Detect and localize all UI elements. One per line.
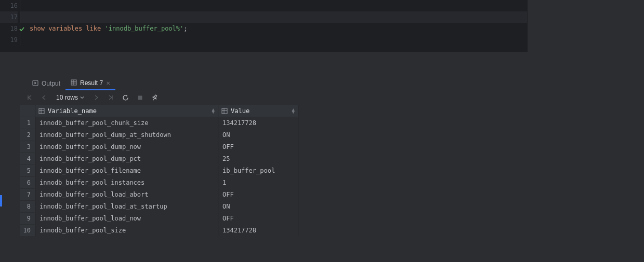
editor-line[interactable]: show variables like 'innodb_buffer_pool%…	[20, 23, 527, 34]
gutter-line[interactable]: 17	[0, 11, 18, 23]
editor-line[interactable]	[20, 11, 527, 23]
row-number[interactable]: 9	[20, 213, 35, 225]
results-panel: Output Result 7 ✕ 10 rows	[0, 77, 644, 262]
svg-rect-6	[39, 108, 44, 114]
editor-area: 16171819 show variables like 'innodb_buf…	[0, 0, 644, 52]
cell-value[interactable]: ON	[218, 201, 298, 213]
close-icon[interactable]: ✕	[106, 80, 110, 86]
selection-indicator	[0, 195, 2, 206]
column-value: Value ▲▼ 134217728ONOFF25ib_buffer_pool1…	[218, 105, 298, 237]
cell-variable-name[interactable]: innodb_buffer_pool_load_now	[35, 213, 218, 225]
chevron-down-icon	[80, 94, 84, 101]
row-number[interactable]: 8	[20, 201, 35, 213]
cell-variable-name[interactable]: innodb_buffer_pool_dump_now	[35, 141, 218, 153]
play-icon	[32, 80, 38, 88]
cell-value[interactable]: 134217728	[218, 225, 298, 237]
row-number[interactable]: 6	[20, 177, 35, 189]
tab-label: Output	[42, 80, 60, 87]
cell-variable-name[interactable]: innodb_buffer_pool_chunk_size	[35, 117, 218, 129]
editor-gutter: 16171819	[0, 0, 20, 52]
cell-variable-name[interactable]: innodb_buffer_pool_size	[35, 225, 218, 237]
svg-rect-5	[138, 95, 142, 100]
result-toolbar: 10 rows	[20, 90, 644, 105]
cell-variable-name[interactable]: innodb_buffer_pool_dump_at_shutdown	[35, 129, 218, 141]
svg-rect-1	[71, 80, 76, 85]
cell-value[interactable]: OFF	[218, 213, 298, 225]
cell-value[interactable]: 134217728	[218, 117, 298, 129]
gutter-line[interactable]: 18	[0, 23, 18, 34]
cell-value[interactable]: OFF	[218, 141, 298, 153]
column-header-value[interactable]: Value ▲▼	[218, 105, 298, 117]
tab-result[interactable]: Result 7 ✕	[65, 77, 115, 90]
row-number[interactable]: 4	[20, 153, 35, 165]
editor-line[interactable]	[20, 0, 527, 11]
row-number[interactable]: 5	[20, 165, 35, 177]
tab-label: Result 7	[80, 79, 103, 87]
gutter-line[interactable]: 16	[0, 0, 18, 11]
row-number[interactable]: 2	[20, 129, 35, 141]
refresh-button[interactable]	[121, 93, 130, 102]
pin-button[interactable]	[150, 93, 159, 102]
row-number[interactable]: 7	[20, 189, 35, 201]
row-number[interactable]: 3	[20, 141, 35, 153]
cell-variable-name[interactable]: innodb_buffer_pool_load_abort	[35, 189, 218, 201]
sort-icon: ▲▼	[292, 108, 295, 114]
row-number[interactable]: 1	[20, 117, 35, 129]
cell-value[interactable]: ib_buffer_pool	[218, 165, 298, 177]
last-page-button[interactable]	[106, 93, 115, 102]
column-header-label: Value	[231, 107, 249, 115]
cell-variable-name[interactable]: innodb_buffer_pool_dump_pct	[35, 153, 218, 165]
panel-splitter[interactable]	[0, 52, 644, 77]
cell-value[interactable]: OFF	[218, 189, 298, 201]
table-icon	[71, 79, 77, 87]
editor-main[interactable]: show variables like 'innodb_buffer_pool%…	[20, 0, 527, 52]
table-corner	[20, 105, 35, 117]
cell-value[interactable]: ON	[218, 129, 298, 141]
left-strip	[0, 77, 20, 262]
gutter-line[interactable]: 19	[0, 34, 18, 46]
prev-page-button[interactable]	[40, 93, 49, 102]
tab-output[interactable]: Output	[27, 77, 65, 90]
editor-side-panel	[527, 0, 644, 52]
row-count-dropdown[interactable]: 10 rows	[54, 94, 86, 101]
column-header-label: Variable_name	[48, 107, 97, 115]
cell-value[interactable]: 25	[218, 153, 298, 165]
first-page-button[interactable]	[25, 93, 34, 102]
row-count-label: 10 rows	[56, 94, 78, 101]
row-number-gutter: 12345678910	[20, 105, 35, 237]
cell-variable-name[interactable]: innodb_buffer_pool_load_at_startup	[35, 201, 218, 213]
column-variable-name: Variable_name ▲▼ innodb_buffer_pool_chun…	[35, 105, 218, 237]
data-table: 12345678910 Variable_name ▲▼ innodb_buff…	[20, 105, 644, 237]
svg-rect-9	[222, 108, 227, 114]
cell-value[interactable]: 1	[218, 177, 298, 189]
editor-line[interactable]	[20, 34, 527, 46]
column-icon	[221, 108, 228, 114]
row-number[interactable]: 10	[20, 225, 35, 237]
column-icon	[38, 108, 45, 114]
cell-variable-name[interactable]: innodb_buffer_pool_instances	[35, 177, 218, 189]
stop-button[interactable]	[135, 93, 144, 102]
result-tabs: Output Result 7 ✕	[20, 77, 644, 90]
cell-variable-name[interactable]: innodb_buffer_pool_filename	[35, 165, 218, 177]
column-header-variable-name[interactable]: Variable_name ▲▼	[35, 105, 218, 117]
sort-icon: ▲▼	[212, 108, 215, 114]
next-page-button[interactable]	[91, 93, 101, 102]
